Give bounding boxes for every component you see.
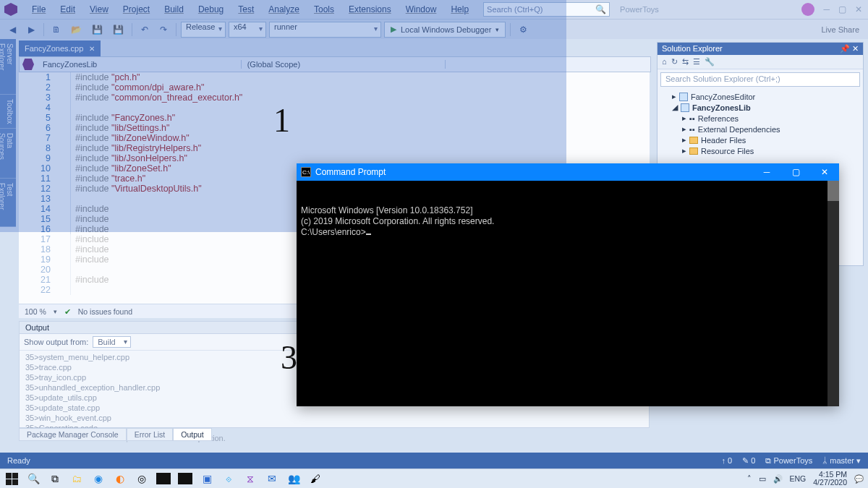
language-indicator[interactable]: ENG [790,474,807,483]
close-icon[interactable]: ✕ [852,44,859,53]
save-all-button[interactable]: 💾 [109,22,127,38]
toolbox-tab[interactable]: Toolbox [0,95,16,129]
external-icon: ▪▪ [689,125,695,134]
menu-extensions[interactable]: Extensions [341,1,399,17]
tray-chevron-icon[interactable]: ˄ [747,474,752,483]
menu-help[interactable]: Help [443,1,476,17]
menu-project[interactable]: Project [116,1,157,17]
teams-icon[interactable]: 👥 [286,471,301,486]
data-sources-tab[interactable]: Data Sources [0,129,16,179]
vscode-icon[interactable]: ⟐ [221,471,236,486]
open-button[interactable]: 📂 [67,22,85,38]
sln-tree[interactable]: ▸FancyZonesEditor ◢FancyZonesLib ▸▪▪Refe… [658,90,863,158]
menu-tools[interactable]: Tools [307,1,341,17]
forward-button[interactable]: ▶ [23,22,39,38]
outlook-icon[interactable]: ✉ [265,471,279,486]
firefox-icon[interactable]: ◐ [113,471,127,486]
start-button[interactable] [4,471,19,486]
app-icon[interactable]: 🖌 [308,471,323,486]
quick-search-input[interactable]: Search (Ctrl+Q) 🔍 [483,2,610,17]
check-icon: ✔ [64,307,71,316]
start-debugging-button[interactable]: ▶ Local Windows Debugger ▾ [384,22,506,38]
server-explorer-tab[interactable]: Server Explorer [0,39,16,95]
new-project-button[interactable]: 🗎 [48,22,64,38]
menu-debug[interactable]: Debug [191,1,231,17]
folder-icon [689,137,698,144]
tab-output[interactable]: Output [173,428,212,441]
search-icon[interactable]: 🔍 [26,471,41,486]
cmd-close-button[interactable]: ✕ [810,163,839,181]
zoom-level[interactable]: 100 % [25,307,46,316]
volume-icon[interactable]: 🔊 [773,474,783,484]
config-dropdown[interactable]: Release [181,22,226,38]
battery-icon[interactable]: ▭ [759,474,766,483]
test-explorer-tab[interactable]: Test Explorer [0,179,16,227]
properties-icon[interactable]: 🔧 [705,57,715,67]
menu-analyze[interactable]: Analyze [261,1,307,17]
bottom-pane-tabs: Package Manager Console Error List Outpu… [19,428,212,441]
cmd-maximize-button[interactable]: ▢ [781,163,810,181]
visual-studio-icon[interactable]: ⧖ [243,471,258,486]
save-button[interactable]: 💾 [88,22,106,38]
cmd-scrollbar[interactable] [827,181,839,406]
back-button[interactable]: ◀ [4,22,20,38]
command-prompt-window[interactable]: C:\ Command Prompt ─ ▢ ✕ Microsoft Windo… [297,163,839,406]
windows-taskbar: 🔍 ⧉ 🗂 ◉ ◐ ◎ ▣ ⟐ ⧖ ✉ 👥 🖌 ˄ ▭ 🔊 ENG 4:15 P… [0,468,868,488]
status-up[interactable]: ↑ 0 [722,456,733,466]
vs-logo-icon [4,3,17,16]
run-label: Local Windows Debugger [401,25,491,34]
live-share-button[interactable]: Live Share [817,25,864,34]
tab-package-manager[interactable]: Package Manager Console [19,428,127,441]
undo-button[interactable]: ↶ [137,22,153,38]
collapse-icon[interactable]: ⇆ [682,57,689,67]
menu-window[interactable]: Window [399,1,444,17]
redo-button[interactable]: ↷ [156,22,171,38]
status-down[interactable]: ✎ 0 [742,456,755,466]
toolbar: ◀ ▶ 🗎 📂 💾 💾 ↶ ↷ Release x64 runner ▶ Loc… [0,19,868,39]
document-tabs: FancyZones.cpp ✕ [19,40,101,56]
tab-close-icon[interactable]: ✕ [89,45,95,53]
menu-file[interactable]: File [25,1,53,17]
explorer-icon[interactable]: 🗂 [69,471,84,486]
cmd-icon: C:\ [301,167,311,177]
toolbar-button[interactable]: ⚙ [515,22,531,38]
terminal2-icon[interactable] [178,471,192,486]
menu-edit[interactable]: Edit [53,1,82,17]
chrome-icon[interactable]: ◎ [135,471,149,486]
pin-icon[interactable]: 📌 [840,44,850,53]
global-scope-dropdown[interactable]: (Global Scope) [242,60,446,69]
menu-view[interactable]: View [82,1,116,17]
cmd-minimize-button[interactable]: ─ [752,163,781,181]
edge-icon[interactable]: ◉ [91,471,106,486]
project-scope-dropdown[interactable]: FancyZonesLib [37,60,242,69]
window-close-icon[interactable]: ✕ [855,4,862,14]
startup-project-dropdown[interactable]: runner [269,22,381,38]
clock[interactable]: 4:15 PM 4/27/2020 [813,471,847,487]
tab-label: FancyZones.cpp [25,44,83,53]
sln-search-input[interactable]: Search Solution Explorer (Ctrl+;) [660,72,860,87]
status-repo[interactable]: ⧉ PowerToys [765,456,812,466]
tab-error-list[interactable]: Error List [127,428,174,441]
platform-dropdown[interactable]: x64 [229,22,266,38]
cmd-titlebar[interactable]: C:\ Command Prompt ─ ▢ ✕ [297,163,839,181]
task-view-icon[interactable]: ⧉ [48,471,62,486]
home-icon[interactable]: ⌂ [662,57,667,67]
window-maximize-icon[interactable]: ▢ [838,4,846,14]
window-minimize-icon[interactable]: ─ [823,4,830,14]
notifications-icon[interactable]: 💬 [854,474,864,484]
project-icon [681,103,689,112]
search-placeholder: Search (Ctrl+Q) [487,5,542,14]
terminal-icon[interactable] [156,471,171,486]
cmd-body[interactable]: Microsoft Windows [Version 10.0.18363.75… [297,181,839,406]
refresh-icon[interactable]: ↻ [671,57,678,67]
status-branch[interactable]: ᛦ master ▾ [822,456,861,466]
document-tab-active[interactable]: FancyZones.cpp ✕ [19,40,101,56]
output-source-dropdown[interactable]: Build [93,336,130,348]
project-icon [679,93,688,101]
powershell-icon[interactable]: ▣ [200,471,214,486]
sln-toolbar: ⌂ ↻ ⇆ ☰ 🔧 [658,55,863,69]
user-avatar-icon[interactable] [801,3,814,16]
menu-test[interactable]: Test [231,1,261,17]
menu-build[interactable]: Build [157,1,191,17]
show-all-icon[interactable]: ☰ [693,57,700,67]
